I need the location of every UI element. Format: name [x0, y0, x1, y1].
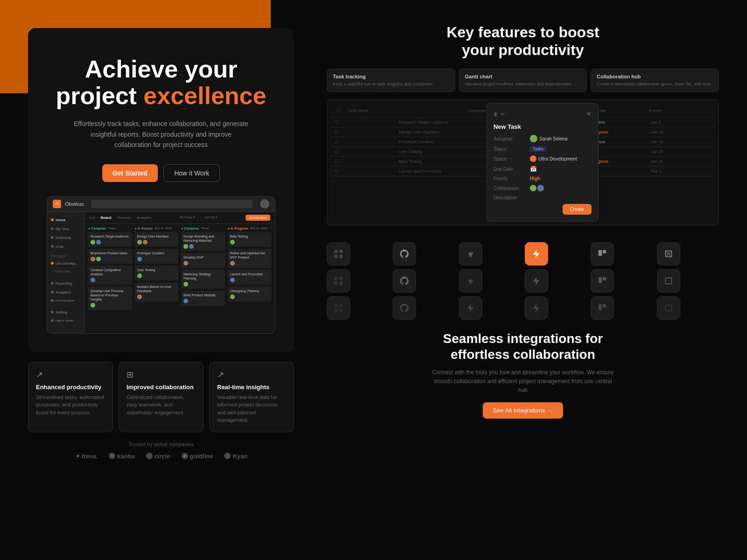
- card-iteration[interactable]: Iteration Based on User Feedback: [135, 282, 179, 301]
- nav-setting[interactable]: Setting: [47, 308, 84, 317]
- integration-icon-figma: [591, 296, 614, 320]
- card-brainstorm[interactable]: Brainstorm Product Ideas: [88, 249, 132, 264]
- collaboration-icon: ⊞: [127, 370, 196, 380]
- tab-list[interactable]: List: [89, 216, 95, 220]
- tab-board[interactable]: Board: [100, 216, 111, 220]
- tab-timeline[interactable]: Timeline: [117, 216, 131, 220]
- productivity-title: Enhanced productivity: [36, 384, 105, 391]
- nav-dot-reporting: [51, 282, 54, 285]
- integrations-section: Seamless integrations for effortless col…: [308, 233, 747, 419]
- modal-create-button[interactable]: Create: [563, 204, 592, 215]
- dash-search-bar[interactable]: [91, 200, 253, 208]
- integration-icon-trello: [591, 242, 614, 266]
- nav-create-new[interactable]: + Create New: [47, 267, 84, 275]
- how-it-works-button[interactable]: How it Work: [163, 164, 220, 182]
- logo-goldline: ◈ goldline: [182, 453, 213, 460]
- avatar-j: [189, 244, 194, 249]
- all-tasks-filter[interactable]: All Tasks ▾: [180, 216, 195, 219]
- card-marketing[interactable]: Marketing Strategy Planning: [181, 270, 225, 289]
- integration-icon-trello2: [591, 269, 614, 293]
- svg-rect-15: [339, 309, 343, 312]
- space-label: Space: [493, 156, 526, 161]
- productivity-icon: ↗: [36, 370, 105, 380]
- avatar-d: [137, 240, 142, 245]
- sort-by-filter[interactable]: Sort by ▾: [204, 216, 218, 219]
- main-layout: Achieve your project excellence Effortle…: [0, 0, 747, 560]
- col-header-review: ● In Review Nov 11, 2023: [135, 227, 179, 230]
- card-mvp[interactable]: Develop MVP: [181, 253, 225, 268]
- description-label: Description: [493, 195, 526, 200]
- task-modal-area: ☐ Task name Assignee Status Due Date Pri…: [327, 99, 719, 225]
- card-persona[interactable]: Develop User Persona Based on Previous I…: [88, 287, 132, 310]
- get-started-button[interactable]: Get Started: [102, 164, 158, 182]
- status-value[interactable]: Tasks: [530, 146, 546, 152]
- priority-value[interactable]: High: [530, 176, 540, 181]
- card-prototype[interactable]: Prototype Creation: [135, 249, 179, 264]
- integration-icon-slack: [327, 242, 350, 266]
- nav-help[interactable]: Help & Center: [47, 317, 84, 324]
- assignee-avatar: [530, 135, 537, 142]
- priority-row: Priority High: [493, 176, 592, 181]
- nav-schedule[interactable]: Schedule: [47, 233, 84, 242]
- nav-home[interactable]: Home: [47, 216, 84, 224]
- nav-mytask[interactable]: My Task: [47, 224, 84, 233]
- modal-trash-icon[interactable]: 🗑: [493, 112, 498, 117]
- nav-docs[interactable]: Documentation: [47, 297, 84, 304]
- card-refine[interactable]: Refine and Optimize the MVP Product: [228, 249, 272, 268]
- assignee-value[interactable]: Sarah Selena: [530, 135, 568, 142]
- avatar-e: [143, 240, 148, 245]
- svg-rect-14: [334, 309, 338, 312]
- see-all-integrations-button[interactable]: See All Integrations →: [483, 402, 564, 419]
- svg-rect-2: [334, 255, 338, 258]
- feat-card-task-tracking: Task tracking Keep a watchful eye on tas…: [327, 69, 455, 92]
- trusted-logos: ✦ treva. ⊙ kanba ○ circle ◈ goldline ⟨ K…: [28, 453, 294, 460]
- card-testing[interactable]: User Testing: [135, 266, 179, 280]
- card-website[interactable]: Build Product Website: [181, 291, 225, 306]
- tab-analytics[interactable]: Analytics: [137, 216, 152, 220]
- nav-project[interactable]: Ultra Develop...: [47, 259, 84, 267]
- description-row: Description: [493, 195, 592, 200]
- dash-main-area: List Board Timeline Analytics All Tasks …: [85, 212, 275, 333]
- space-row: Space Ultra Development: [493, 155, 592, 162]
- card-competitive[interactable]: Conduct Competitive Analysis: [88, 266, 132, 285]
- card-beta[interactable]: Beta Testing: [228, 232, 272, 247]
- card-design-ui[interactable]: Design User Interface: [135, 232, 179, 247]
- card-changelog[interactable]: Changelog (Tokens): [228, 287, 272, 301]
- nav-dot-help: [51, 319, 54, 322]
- nav-reporting[interactable]: Reporting: [47, 279, 84, 288]
- space-value[interactable]: Ultra Development: [530, 155, 577, 162]
- modal-close-button[interactable]: ✕: [586, 110, 592, 118]
- avatar-p: [230, 278, 235, 282]
- nav-chat[interactable]: Chat: [47, 242, 84, 251]
- column-review: ● In Review Nov 11, 2023 Design User Int…: [135, 227, 179, 312]
- due-date-row: Due Date 📅: [493, 166, 592, 172]
- dash-body: Home My Task Schedule Chat: [47, 212, 275, 333]
- svg-rect-16: [599, 304, 602, 310]
- due-date-value[interactable]: 📅: [530, 166, 537, 172]
- hero-buttons: Get Started How it Work: [47, 164, 275, 182]
- svg-rect-0: [334, 250, 338, 253]
- logo-kanba: ⊙ kanba: [109, 453, 135, 460]
- modal-title: New Task: [493, 123, 592, 130]
- collaborator-row: Collaborator: [493, 185, 592, 191]
- svg-rect-6: [334, 277, 338, 280]
- dash-tabs: List Board Timeline Analytics All Tasks …: [85, 212, 275, 224]
- card-branding[interactable]: Design Branding and Marketing Materials: [181, 232, 225, 251]
- integration-icon-notion2: [657, 269, 680, 293]
- card-launch[interactable]: Launch and Promotion: [228, 270, 272, 285]
- avatar-f: [137, 257, 142, 261]
- modal-edit-icon[interactable]: ✏: [501, 112, 505, 117]
- nav-analytics[interactable]: Analytics: [47, 288, 84, 297]
- nav-dot-project: [51, 262, 54, 265]
- card-research[interactable]: Research Target Audience: [88, 232, 132, 247]
- dash-header: O Obvious: [47, 196, 275, 212]
- key-features-title: Key features to boost your productivity: [327, 23, 719, 59]
- nav-dot-mytask: [51, 227, 54, 230]
- collaborator-value[interactable]: [530, 185, 544, 191]
- nav-dot-analytics: [51, 291, 54, 294]
- create-new-btn[interactable]: Create New: [246, 215, 270, 221]
- logo-treva: ✦ treva.: [75, 453, 98, 460]
- trusted-section: Trusted by global companies ✦ treva. ⊙ k…: [28, 441, 294, 460]
- assignee-label: Assignee: [493, 136, 526, 141]
- svg-rect-13: [339, 304, 343, 307]
